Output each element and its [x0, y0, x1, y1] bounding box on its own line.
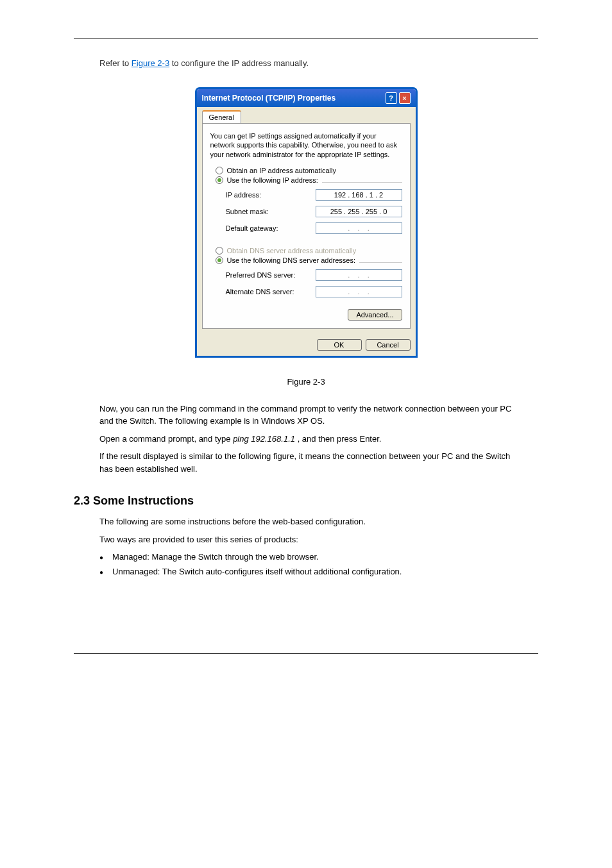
radio-use-following-ip[interactable]: Use the following IP address: [216, 176, 402, 184]
close-icon[interactable]: × [399, 92, 411, 104]
intro-text-before: Refer to [99, 58, 132, 68]
radio-icon [216, 247, 223, 255]
intro-text-after: to configure the IP address manually. [172, 58, 309, 68]
advanced-button[interactable]: Advanced... [348, 309, 402, 321]
para-text: Open a command prompt, and type [99, 434, 233, 444]
advanced-button-row: Advanced... [210, 309, 402, 321]
help-icon[interactable]: ? [386, 92, 397, 104]
dialog-body: You can get IP settings assigned automat… [202, 123, 411, 329]
bullet-text: Managed: Manage the Switch through the w… [112, 552, 319, 562]
figure-caption: Figure 2-3 [74, 377, 538, 387]
dialog-title-text: Internet Protocol (TCP/IP) Properties [202, 94, 336, 103]
bullet-list: ● Managed: Manage the Switch through the… [99, 552, 513, 576]
page-bottom-rule [74, 653, 538, 654]
ping-command: ping 192.168.1.1 [233, 434, 295, 444]
radio-icon [216, 176, 223, 184]
section-heading: 2.3 Some Instructions [74, 494, 538, 508]
bullet-icon: ● [99, 554, 103, 561]
instructions-ways: Two ways are provided to user this serie… [99, 533, 513, 546]
figure-link[interactable]: Figure 2-3 [132, 58, 169, 68]
dialog-screenshot-wrapper: Internet Protocol (TCP/IP) Properties ? … [74, 87, 538, 358]
tcpip-properties-dialog: Internet Protocol (TCP/IP) Properties ? … [195, 87, 418, 358]
dialog-description: You can get IP settings assigned automat… [210, 131, 402, 159]
ip-address-label: IP address: [226, 191, 261, 199]
bullet-text: Unmanaged: The Switch auto-configures it… [112, 567, 402, 576]
dialog-titlebar: Internet Protocol (TCP/IP) Properties ? … [197, 89, 416, 107]
radio-label: Obtain an IP address automatically [227, 167, 336, 174]
intro-line: Refer to Figure 2-3 to configure the IP … [99, 58, 538, 68]
list-item: ● Managed: Manage the Switch through the… [99, 552, 513, 562]
default-gateway-input[interactable]: . . . [316, 222, 402, 234]
para-result: If the result displayed is similar to th… [99, 450, 513, 475]
radio-label: Use the following DNS server addresses: [227, 256, 356, 264]
para-ping-cmd: Open a command prompt, and type ping 192… [99, 433, 513, 446]
ip-address-row: IP address: 192 . 168 . 1 . 2 [226, 189, 402, 201]
alternate-dns-label: Alternate DNS server: [226, 288, 294, 296]
default-gateway-label: Default gateway: [226, 224, 278, 232]
subnet-mask-row: Subnet mask: 255 . 255 . 255 . 0 [226, 206, 402, 217]
alternate-dns-row: Alternate DNS server: . . . [226, 286, 402, 297]
radio-label: Use the following IP address: [227, 176, 318, 184]
para-text: , and then press Enter. [298, 434, 382, 444]
ip-address-input[interactable]: 192 . 168 . 1 . 2 [316, 189, 402, 201]
fieldset-rule [322, 182, 402, 183]
radio-icon [216, 256, 223, 264]
subnet-mask-input[interactable]: 255 . 255 . 255 . 0 [316, 206, 402, 217]
default-gateway-row: Default gateway: . . . [226, 222, 402, 234]
radio-obtain-ip-auto[interactable]: Obtain an IP address automatically [216, 167, 402, 174]
preferred-dns-row: Preferred DNS server: . . . [226, 269, 402, 281]
radio-obtain-dns-auto: Obtain DNS server address automatically [216, 247, 402, 255]
tab-strip: General [197, 107, 416, 123]
tab-general[interactable]: General [202, 110, 241, 123]
preferred-dns-label: Preferred DNS server: [226, 271, 296, 279]
para-ping-intro: Now, you can run the Ping command in the… [99, 403, 513, 428]
list-item: ● Unmanaged: The Switch auto-configures … [99, 567, 513, 576]
ok-button[interactable]: OK [317, 339, 362, 351]
dialog-footer: OK Cancel [197, 334, 416, 356]
preferred-dns-input[interactable]: . . . [316, 269, 402, 281]
fieldset-rule [359, 262, 402, 263]
alternate-dns-input[interactable]: . . . [316, 286, 402, 297]
radio-label: Obtain DNS server address automatically [227, 247, 357, 255]
instructions-intro: The following are some instructions befo… [99, 515, 513, 528]
page-top-rule [74, 38, 538, 39]
cancel-button[interactable]: Cancel [366, 339, 411, 351]
bullet-icon: ● [99, 569, 103, 576]
radio-icon [216, 167, 223, 174]
subnet-mask-label: Subnet mask: [226, 208, 269, 215]
radio-use-following-dns[interactable]: Use the following DNS server addresses: [216, 256, 402, 264]
titlebar-buttons: ? × [386, 92, 411, 104]
